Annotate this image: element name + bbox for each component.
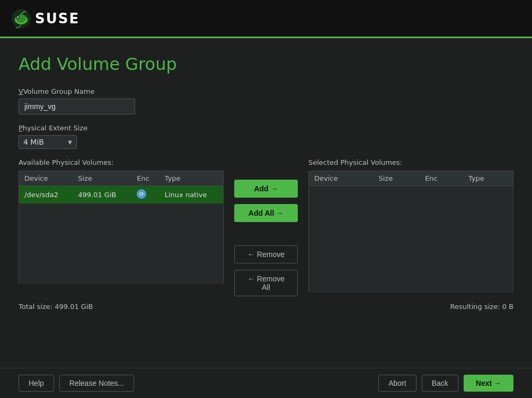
encryption-icon <box>137 189 146 199</box>
table-row[interactable]: /dev/sda2 499.01 GiB Linux native <box>19 186 224 204</box>
size-cell: 499.01 GiB <box>73 186 131 204</box>
available-volumes-panel: Available Physical Volumes: Device Size … <box>19 158 224 284</box>
selected-size-header: Size <box>373 171 420 186</box>
available-size-header: Size <box>73 171 131 186</box>
device-cell: /dev/sda2 <box>19 186 73 204</box>
physical-extent-size-select[interactable]: 4 MiB ▼ <box>19 135 77 149</box>
physical-extent-size-label: Physical Extent Size <box>19 124 513 132</box>
release-notes-button[interactable]: Release Notes... <box>59 375 135 392</box>
add-all-button[interactable]: Add All → <box>234 204 298 222</box>
available-type-header: Type <box>159 171 224 186</box>
chameleon-icon <box>11 8 32 29</box>
selected-device-header: Device <box>309 171 374 186</box>
selected-type-header: Type <box>463 171 513 186</box>
volume-group-name-input[interactable] <box>19 99 135 114</box>
empty-row <box>19 204 224 284</box>
available-volumes-table: Device Size Enc Type /dev/sda2 499.01 Gi… <box>19 171 224 284</box>
selected-volumes-table: Device Size Enc Type <box>308 171 513 292</box>
page-title: Add Volume Group <box>19 54 513 74</box>
status-bar: Total size: 499.01 GiB Resulting size: 0… <box>19 296 513 319</box>
footer: Help Release Notes... Abort Back Next → <box>0 368 532 398</box>
resulting-size-text: Resulting size: 0 B <box>450 303 513 311</box>
next-button[interactable]: Next → <box>464 375 513 392</box>
suse-logo-text: SUSE <box>35 11 79 26</box>
remove-button[interactable]: ← Remove <box>234 245 298 263</box>
suse-logo: SUSE <box>11 8 79 29</box>
available-enc-header: Enc <box>131 171 159 186</box>
abort-button[interactable]: Abort <box>378 375 416 392</box>
dropdown-arrow-icon: ▼ <box>68 139 72 145</box>
physical-extent-size-value: 4 MiB <box>23 138 44 146</box>
main-content: Add Volume Group VVolume Group Name Phys… <box>0 38 532 398</box>
volumes-layout: Available Physical Volumes: Device Size … <box>19 158 513 296</box>
available-device-header: Device <box>19 171 73 186</box>
volume-group-name-label: VVolume Group Name <box>19 87 513 95</box>
volume-group-name-field: VVolume Group Name <box>19 87 513 114</box>
empty-row <box>309 186 513 292</box>
total-size-text: Total size: 499.01 GiB <box>19 303 93 311</box>
selected-volumes-panel: Selected Physical Volumes: Device Size E… <box>308 158 513 292</box>
svg-point-4 <box>17 16 19 17</box>
back-button[interactable]: Back <box>422 375 458 392</box>
selected-volumes-label: Selected Physical Volumes: <box>308 158 513 166</box>
action-buttons-panel: Add → Add All → ← Remove ← Remove All <box>224 158 308 296</box>
physical-extent-size-field: Physical Extent Size 4 MiB ▼ <box>19 124 513 149</box>
enc-cell <box>131 186 159 204</box>
remove-all-button[interactable]: ← Remove All <box>234 270 298 296</box>
header: SUSE <box>0 0 532 38</box>
available-volumes-label: Available Physical Volumes: <box>19 158 224 166</box>
help-button[interactable]: Help <box>19 375 54 392</box>
selected-enc-header: Enc <box>420 171 463 186</box>
type-cell: Linux native <box>159 186 224 204</box>
add-button[interactable]: Add → <box>234 180 298 198</box>
